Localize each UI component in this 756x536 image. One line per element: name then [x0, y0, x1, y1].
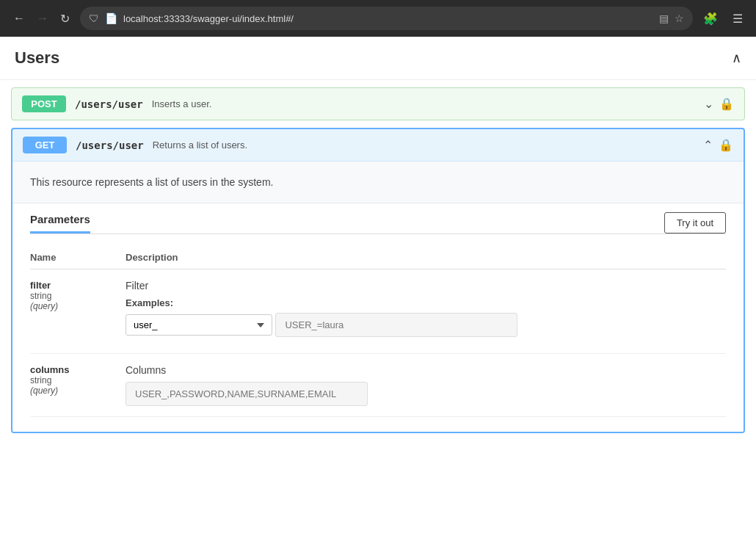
col-name-header: Name	[30, 246, 126, 269]
get-method-badge: GET	[23, 137, 67, 153]
examples-label-filter: Examples:	[126, 297, 726, 308]
param-description-filter: Filter	[126, 280, 726, 291]
col-description-header: Description	[126, 246, 726, 269]
get-endpoint-row: GET /users/user Returns a list of users.…	[11, 128, 745, 433]
param-name-columns: columns	[30, 364, 126, 375]
post-endpoint-desc: Inserts a user.	[152, 98, 695, 109]
resource-description-text: This resource represents a list of users…	[30, 176, 273, 188]
collapse-users-icon[interactable]: ∧	[732, 50, 741, 66]
forward-button[interactable]: →	[32, 9, 53, 28]
post-method-badge: POST	[22, 95, 66, 112]
get-endpoint-actions: ⌃ 🔒	[703, 138, 733, 152]
param-location-filter: (query)	[30, 301, 126, 311]
reload-button[interactable]: ↻	[56, 9, 74, 29]
try-it-out-button[interactable]: Try it out	[664, 212, 726, 233]
param-type-columns: string	[30, 375, 126, 385]
tab-parameters[interactable]: Parameters	[30, 213, 90, 233]
filter-example-select[interactable]: user_	[126, 314, 272, 336]
page-icon: 📄	[105, 12, 117, 24]
filter-select-wrapper: user_	[126, 314, 272, 343]
url-text: localhost:33333/swagger-ui/index.html#/	[123, 13, 653, 24]
page-content: Users ∧ POST /users/user Inserts a user.…	[0, 37, 756, 536]
users-header: Users ∧	[0, 37, 756, 80]
resource-description: This resource represents a list of users…	[12, 162, 744, 203]
post-endpoint-path: /users/user	[75, 98, 143, 110]
param-name-filter: filter	[30, 280, 126, 291]
param-name-cell: columns string (query)	[30, 354, 126, 417]
columns-input[interactable]	[126, 382, 368, 406]
param-type-filter: string	[30, 291, 126, 301]
get-endpoint-expanded: This resource represents a list of users…	[12, 161, 744, 432]
address-bar[interactable]: 🛡 📄 localhost:33333/swagger-ui/index.htm…	[80, 7, 693, 30]
param-name-cell: filter string (query)	[30, 269, 126, 354]
post-endpoint-row: POST /users/user Inserts a user. ⌄ 🔒	[11, 87, 745, 120]
back-button[interactable]: ←	[9, 9, 29, 28]
filter-input[interactable]	[275, 313, 517, 337]
post-endpoint-header[interactable]: POST /users/user Inserts a user. ⌄ 🔒	[12, 88, 744, 120]
table-row: columns string (query) Columns	[30, 354, 726, 417]
page-title: Users	[15, 48, 59, 68]
get-endpoint-desc: Returns a list of users.	[153, 140, 694, 151]
parameters-table: Name Description filter string (query)	[30, 246, 726, 417]
reader-icon: ▤	[659, 12, 669, 24]
param-desc-cell-columns: Columns	[126, 354, 726, 417]
browser-chrome: ← → ↻ 🛡 📄 localhost:33333/swagger-ui/ind…	[0, 0, 756, 37]
table-row: filter string (query) Filter Examples: u…	[30, 269, 726, 354]
parameters-section: Parameters Try it out Name Description	[12, 203, 744, 432]
parameters-tab-bar: Parameters Try it out	[30, 203, 726, 234]
nav-buttons: ← → ↻	[9, 9, 74, 29]
param-description-columns: Columns	[126, 364, 726, 376]
menu-button[interactable]: ☰	[728, 9, 747, 29]
browser-actions: 🧩 ☰	[699, 9, 747, 29]
param-location-columns: (query)	[30, 385, 126, 396]
get-chevron-up-icon: ⌃	[703, 138, 713, 152]
extensions-button[interactable]: 🧩	[699, 9, 722, 29]
bookmark-icon: ☆	[675, 12, 684, 24]
param-desc-cell-filter: Filter Examples: user_	[126, 269, 726, 354]
shield-icon: 🛡	[89, 12, 99, 24]
post-chevron-down-icon: ⌄	[704, 97, 713, 111]
post-endpoint-actions: ⌄ 🔒	[704, 97, 734, 111]
get-endpoint-path: /users/user	[76, 140, 144, 151]
get-lock-icon: 🔒	[719, 138, 733, 152]
post-lock-icon: 🔒	[719, 97, 734, 111]
get-endpoint-header[interactable]: GET /users/user Returns a list of users.…	[12, 129, 744, 161]
